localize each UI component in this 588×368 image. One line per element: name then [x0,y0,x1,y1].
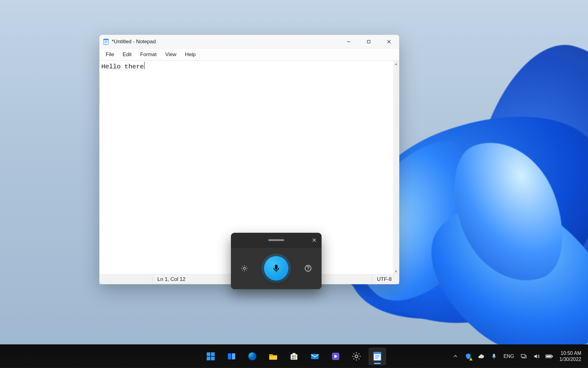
svg-rect-23 [291,354,297,360]
svg-rect-19 [211,357,215,360]
tray-overflow-button[interactable] [450,351,461,362]
taskbar-notepad[interactable] [368,347,386,365]
drag-handle[interactable] [268,239,284,241]
menu-file[interactable]: File [101,50,118,59]
svg-rect-25 [292,355,294,357]
titlebar[interactable]: *Untitled - Notepad [100,35,399,48]
taskbar-clipchamp[interactable] [327,347,345,365]
status-position: Ln 1, Col 12 [152,274,190,284]
voice-typing-panel[interactable] [231,233,322,289]
voice-panel-close-button[interactable] [309,235,319,245]
tray-volume[interactable] [531,351,542,362]
svg-rect-16 [207,352,210,356]
microphone-icon [271,263,281,273]
menu-view[interactable]: View [161,50,181,59]
store-icon [289,351,299,362]
cloud-icon [477,353,485,360]
task-view-icon [226,351,237,362]
status-encoding: UTF-8 [372,274,397,284]
voice-settings-button[interactable] [238,262,251,275]
taskbar-mail[interactable] [306,347,324,365]
settings-icon [351,351,362,362]
tray-time: 10:50 AM [560,350,581,356]
close-button[interactable] [379,35,399,48]
taskbar-file-explorer[interactable] [264,347,282,365]
taskbar-settings[interactable] [348,347,365,365]
vertical-scrollbar[interactable]: ▲ ▼ [393,61,399,274]
svg-rect-43 [552,356,553,357]
taskbar: ENG [0,344,588,368]
menubar: File Edit Format View Help [100,48,399,61]
svg-rect-39 [493,354,495,357]
microphone-icon [491,353,497,359]
taskbar-microsoft-store[interactable] [285,347,303,365]
svg-rect-20 [228,353,231,359]
mail-icon [310,351,320,362]
svg-point-11 [243,267,246,270]
tray-date: 1/30/2022 [560,356,581,362]
svg-rect-41 [521,354,525,357]
minimize-button[interactable] [338,35,359,48]
taskbar-edge[interactable] [243,347,261,365]
volume-icon [533,353,540,360]
svg-rect-26 [294,355,296,357]
tray-clock[interactable]: 10:50 AM 1/30/2022 [557,350,584,362]
svg-rect-1 [104,39,108,40]
svg-rect-18 [207,357,210,360]
battery-icon [545,352,553,360]
taskbar-task-view[interactable] [223,347,240,365]
notepad-app-icon [103,38,109,45]
svg-rect-28 [294,358,296,359]
editor-content: Hello there [101,63,144,70]
tray-battery[interactable] [544,351,555,362]
maximize-button[interactable] [359,35,379,48]
svg-rect-33 [374,352,381,354]
notepad-icon [373,352,382,361]
network-icon [520,353,527,360]
tray-network[interactable] [518,351,529,362]
tray-windows-security[interactable] [463,351,473,362]
voice-panel-grip-area[interactable] [231,233,322,247]
taskbar-center [202,347,386,365]
menu-help[interactable]: Help [181,50,200,59]
svg-rect-24 [292,353,296,355]
svg-rect-12 [275,265,277,269]
tray-microphone[interactable] [489,351,499,362]
clipchamp-icon [330,351,341,362]
window-title: *Untitled - Notepad [112,39,156,45]
file-explorer-icon [268,351,278,362]
shield-icon [465,353,472,360]
voice-help-button[interactable] [301,262,315,275]
svg-rect-38 [471,360,471,360]
edge-icon [247,351,258,362]
voice-microphone-button[interactable] [264,256,288,281]
svg-rect-17 [211,352,215,356]
help-icon [304,264,312,272]
window-controls [338,35,399,48]
svg-rect-21 [232,353,235,359]
svg-point-15 [308,270,308,270]
scroll-down-arrow[interactable]: ▼ [393,268,399,274]
gear-icon [240,264,248,272]
scroll-up-arrow[interactable]: ▲ [393,61,399,67]
taskbar-tray: ENG [450,344,588,368]
chevron-up-icon [453,354,458,359]
svg-point-31 [355,355,358,358]
svg-rect-44 [546,355,551,357]
tray-onedrive[interactable] [476,351,486,362]
menu-edit[interactable]: Edit [118,50,136,59]
tray-language[interactable]: ENG [502,354,516,359]
taskbar-start[interactable] [202,347,220,365]
desktop-wallpaper: *Untitled - Notepad File Edit Format Vie… [0,0,588,368]
svg-rect-6 [368,40,370,43]
text-caret [144,62,145,69]
svg-rect-27 [292,358,294,359]
windows-logo-icon [205,351,216,362]
menu-format[interactable]: Format [136,50,161,59]
svg-rect-37 [471,358,471,359]
